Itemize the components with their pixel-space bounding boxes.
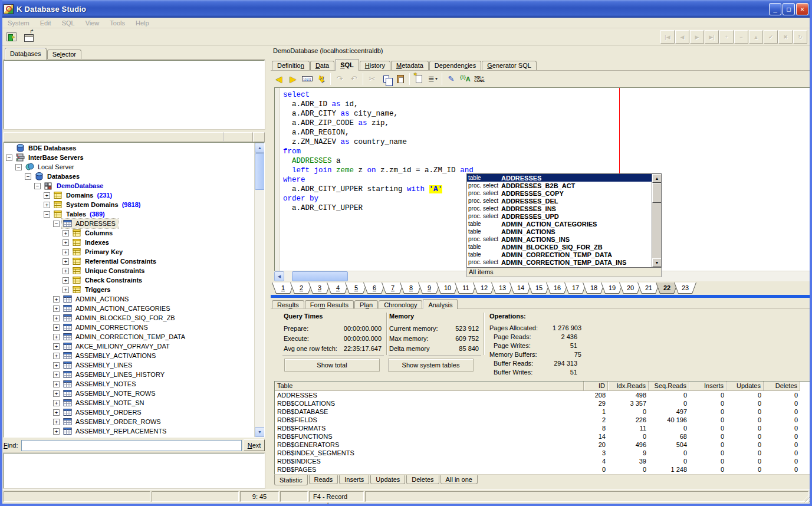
left-tab-databases[interactable]: Databases [5,48,47,60]
tree-item-content[interactable]: Check Constraints [71,275,144,285]
title-bar[interactable]: K Database Studio _ □ ✕ [0,0,812,18]
minimize-button[interactable]: _ [769,3,781,15]
grid-row-rdb-pages[interactable]: RDB$PAGES001 248000 [275,465,812,474]
tree-item-content[interactable]: Tables(389) [52,209,106,219]
tree-item-primary-key[interactable]: +Primary Key [5,247,254,257]
editor-hscroll-thumb[interactable] [292,271,348,281]
tree-item-content[interactable]: AKCE_MILIONY_OPRAVY_DAT [62,341,172,351]
tree-item-content[interactable]: ADMIN_ACTION_CATEGORIES [62,304,173,313]
tree-item-content[interactable]: ADDRESSES [62,219,118,228]
autocomplete-item-addresses[interactable]: tableADDRESSES [467,174,661,182]
edit-record-button[interactable]: ▲ [749,30,763,44]
tree-item-assembly-notes[interactable]: +ASSEMBLY_NOTES [5,379,254,389]
tree-item-databases[interactable]: −Databases [5,172,254,181]
autocomplete-item-admin-blocked-siq-for-zb[interactable]: tableADMIN_BLOCKED_SIQ_FOR_ZB [467,243,661,251]
editor-scroll-left-icon[interactable]: ◀ [274,271,284,281]
menu-sql[interactable]: SQL [57,19,80,27]
expand-icon[interactable]: + [53,381,60,387]
undo-button[interactable]: ↶ [347,72,361,86]
tree-item-content[interactable]: ASSEMBLY_ORDER_ROWS [62,417,163,426]
result-tab-form-results[interactable]: Form Results [305,300,354,308]
tree-item-content[interactable]: ADMIN_CORRECTION_TEMP_DATA [62,332,188,341]
tree-item-content[interactable]: Columns [71,228,115,238]
expand-icon[interactable]: + [63,268,69,274]
grid-row-rdb-generators[interactable]: RDB$GENERATORS20496504000 [275,441,812,449]
autocomplete-list[interactable]: tableADDRESSESproc. selectADDRESSES_B2B_… [466,173,662,268]
grid-row-addresses[interactable]: ADDRESSES2084980000 [275,391,812,399]
format-sql-button[interactable]: ✎ [444,72,458,86]
tree-item-content[interactable]: Indexes [71,238,111,247]
tree-item-assembly-note-sn[interactable]: +ASSEMBLY_NOTE_SN [5,398,254,408]
prior-record-button[interactable]: ◀ [675,30,689,44]
object-tab-metadata[interactable]: Metadata [391,61,429,70]
expand-icon[interactable]: + [63,258,69,265]
panel-splitter[interactable] [266,46,271,489]
expand-icon[interactable]: + [63,287,69,293]
collapse-icon[interactable]: − [6,155,12,161]
tree-item-content[interactable]: ASSEMBLY_ACTIVATIONS [62,351,158,360]
expand-icon[interactable]: + [53,343,60,350]
stat-tab-statistic[interactable]: Statistic [274,475,308,485]
show-total-button[interactable]: Show total [284,359,380,372]
tree-item-assembly-note-rows[interactable]: +ASSEMBLY_NOTE_ROWS [5,389,254,398]
tree-scroll-thumb[interactable] [255,153,265,190]
next-query-button[interactable]: ▶ [286,72,300,86]
tree-item-assembly-orders[interactable]: +ASSEMBLY_ORDERS [5,408,254,417]
grid-column-table[interactable]: Table [275,382,584,391]
result-tab-plan[interactable]: Plan [354,300,378,308]
cancel-edit-button[interactable]: ✖ [778,30,793,44]
refresh-button[interactable]: ↻ [793,30,807,44]
tree-header-main[interactable] [4,132,223,142]
autocomplete-item-admin-correction-temp-data-ins[interactable]: proc. selectADMIN_CORRECTION_TEMP_DATA_I… [467,258,661,266]
tree-item-admin-blocked-siq-for-zb[interactable]: +ADMIN_BLOCKED_SIQ_FOR_ZB [5,313,254,323]
tree-item-content[interactable]: DemoDatabase [43,181,106,190]
tree-item-content[interactable]: ASSEMBLY_REPLACEMENTS [62,426,169,436]
tree-item-addresses[interactable]: −ADDRESSES [5,219,254,228]
grid-row-rdb-database[interactable]: RDB$DATABASE10497000 [275,408,812,416]
stat-tab-inserts[interactable]: Inserts [339,475,369,484]
grid-row-rdb-collations[interactable]: RDB$COLLATIONS293 3570000 [275,399,812,408]
tree-header-aux[interactable] [223,132,253,142]
menu-help[interactable]: Help [130,19,154,27]
tree-item-interbase-servers[interactable]: −InterBase Servers [5,153,254,162]
tree-item-local-server[interactable]: −Local Server [5,162,254,172]
tree-item-content[interactable]: ASSEMBLY_NOTE_ROWS [62,389,158,398]
tree-item-content[interactable]: ASSEMBLY_LINES [62,360,134,370]
object-tab-generator-sql[interactable]: Generator SQL [482,61,537,70]
tree-scrollbar[interactable]: ▲ ▼ [254,143,264,437]
convert-params-button[interactable]: {1}A [458,72,472,86]
collapse-icon[interactable]: − [25,173,31,180]
object-tab-data[interactable]: Data [310,61,334,70]
last-record-button[interactable]: ▶| [705,30,719,44]
expand-icon[interactable]: + [53,305,60,312]
result-tab-analysis[interactable]: Analysis [423,299,458,309]
tree-item-admin-corrections[interactable]: +ADMIN_CORRECTIONS [5,323,254,332]
expand-icon[interactable]: + [63,239,69,246]
expand-icon[interactable]: + [63,230,69,236]
maximize-button[interactable]: □ [783,3,795,15]
tree-item-admin-correction-temp-data[interactable]: +ADMIN_CORRECTION_TEMP_DATA [5,332,254,341]
autocomplete-scroll-up-icon[interactable]: ▲ [652,174,662,183]
close-button[interactable]: ✕ [796,3,808,15]
tree-item-assembly-activations[interactable]: +ASSEMBLY_ACTIVATIONS [5,351,254,360]
expand-icon[interactable]: + [53,353,60,359]
new-window-button[interactable] [21,29,36,44]
tree-item-assembly-lines-history[interactable]: +ASSEMBLY_LINES_HISTORY [5,370,254,379]
expand-icon[interactable]: + [53,334,60,340]
tree-item-content[interactable]: System Domains(9818) [52,200,142,209]
stat-tab-deletes[interactable]: Deletes [406,475,439,484]
tree-item-content[interactable]: Primary Key [71,247,125,257]
collapse-icon[interactable]: − [15,164,22,170]
tree-item-indexes[interactable]: +Indexes [5,238,254,247]
tree-item-assembly-order-rows[interactable]: +ASSEMBLY_ORDER_ROWS [5,417,254,426]
expand-icon[interactable]: + [53,372,60,378]
paste-button[interactable] [393,72,407,86]
autocomplete-item-admin-action-categories[interactable]: tableADMIN_ACTION_CATEGORIES [467,220,661,228]
left-tab-selector[interactable]: Selector [47,50,81,59]
tree-item-content[interactable]: ADMIN_CORRECTIONS [62,323,150,332]
show-system-tables-button[interactable]: Show system tables [388,359,474,372]
expand-icon[interactable]: + [53,296,60,303]
exit-button[interactable] [4,29,19,44]
expand-icon[interactable]: + [53,409,60,416]
statistics-grid[interactable]: TableIDIdx.ReadsSeq.ReadsInsertsUpdatesD… [274,381,812,475]
